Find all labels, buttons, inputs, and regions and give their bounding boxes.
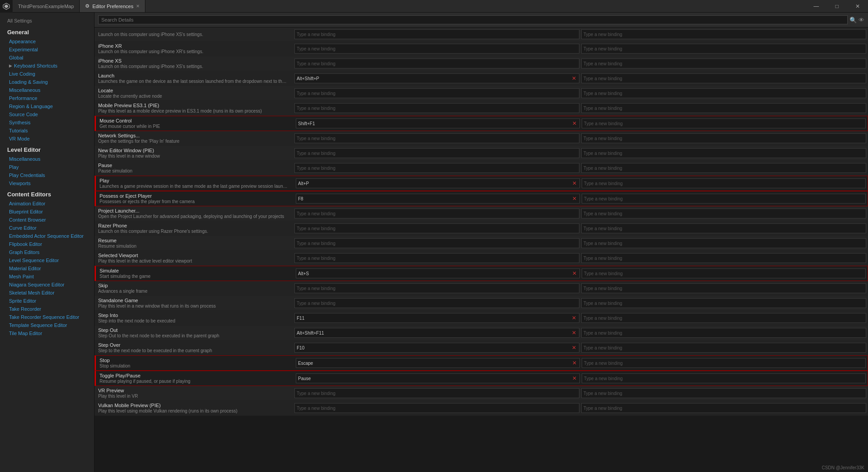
key-clear-icon[interactable]: ✕ bbox=[571, 120, 578, 127]
sidebar-item-curve-editor[interactable]: Curve Editor bbox=[0, 224, 94, 232]
key-input-primary[interactable]: Alt+S✕ bbox=[296, 268, 580, 278]
eye-icon[interactable]: 👁 bbox=[859, 17, 864, 23]
sidebar-item-le-play[interactable]: Play bbox=[0, 163, 94, 171]
tab-close-icon[interactable]: ✕ bbox=[136, 4, 140, 9]
key-input-primary[interactable]: F11✕ bbox=[294, 313, 579, 323]
sidebar-item-niagara-sequence[interactable]: Niagara Sequence Editor bbox=[0, 281, 94, 289]
key-clear-icon[interactable]: ✕ bbox=[571, 180, 578, 186]
key-input-primary[interactable]: Type a new binding bbox=[294, 209, 579, 218]
sidebar-item-take-recorder[interactable]: Take Recorder bbox=[0, 305, 94, 313]
sidebar-item-le-play-credentials[interactable]: Play Credentials bbox=[0, 171, 94, 179]
key-input-secondary[interactable]: Type a new binding bbox=[581, 103, 866, 113]
key-input-secondary[interactable]: Type a new binding bbox=[581, 44, 866, 54]
key-input-primary[interactable]: Type a new binding bbox=[294, 103, 579, 113]
key-clear-icon[interactable]: ✕ bbox=[571, 75, 577, 82]
key-input-primary[interactable]: Type a new binding bbox=[294, 133, 579, 143]
sidebar-item-blueprint-editor[interactable]: Blueprint Editor bbox=[0, 208, 94, 216]
key-input-secondary[interactable]: Type a new binding bbox=[581, 388, 866, 398]
key-input-secondary[interactable]: Type a new binding bbox=[581, 238, 866, 248]
key-input-secondary[interactable]: Type a new binding bbox=[582, 118, 866, 128]
sidebar-item-embedded-actor[interactable]: Embedded Actor Sequence Editor bbox=[0, 232, 94, 240]
key-input-secondary[interactable]: Type a new binding bbox=[581, 223, 866, 233]
key-input-secondary[interactable]: Type a new binding bbox=[581, 343, 866, 353]
key-input-primary[interactable]: Type a new binding bbox=[294, 283, 579, 293]
key-input-secondary[interactable]: Type a new binding bbox=[581, 313, 866, 323]
sidebar-item-skeletal-mesh[interactable]: Skeletal Mesh Editor bbox=[0, 289, 94, 297]
sidebar-item-performance[interactable]: Performance bbox=[0, 94, 94, 102]
key-input-primary[interactable]: Type a new binding bbox=[294, 29, 579, 39]
key-input-primary[interactable]: Pause✕ bbox=[296, 373, 580, 383]
key-input-secondary[interactable]: Type a new binding bbox=[581, 148, 866, 158]
key-input-primary[interactable]: Type a new binding bbox=[294, 388, 579, 398]
key-input-primary[interactable]: Alt+P✕ bbox=[296, 178, 580, 188]
key-input-primary[interactable]: Type a new binding bbox=[294, 403, 579, 413]
sidebar-item-template-sequence[interactable]: Template Sequence Editor bbox=[0, 321, 94, 329]
tab-map[interactable]: ThirdPersonExampleMap bbox=[13, 0, 80, 12]
key-input-primary[interactable]: F10✕ bbox=[294, 343, 579, 353]
sidebar-item-take-recorder-seq[interactable]: Take Recorder Sequence Editor bbox=[0, 313, 94, 321]
key-input-secondary[interactable]: Type a new binding bbox=[581, 283, 866, 293]
sidebar-item-live-coding[interactable]: Live Coding bbox=[0, 70, 94, 78]
sidebar-item-tutorials[interactable]: Tutorials bbox=[0, 127, 94, 135]
key-input-secondary[interactable]: Type a new binding bbox=[581, 298, 866, 308]
key-clear-icon[interactable]: ✕ bbox=[571, 360, 578, 366]
key-input-secondary[interactable]: Type a new binding bbox=[581, 73, 866, 83]
sidebar-item-experimental[interactable]: Experimental bbox=[0, 45, 94, 54]
key-clear-icon[interactable]: ✕ bbox=[571, 315, 577, 321]
sidebar-item-vr-mode[interactable]: VR Mode bbox=[0, 135, 94, 143]
sidebar-item-graph-editors[interactable]: Graph Editors bbox=[0, 248, 94, 256]
key-input-primary[interactable]: Alt+Shift+P✕ bbox=[294, 73, 579, 83]
key-clear-icon[interactable]: ✕ bbox=[571, 345, 577, 351]
key-input-secondary[interactable]: Type a new binding bbox=[581, 209, 866, 218]
sidebar-all-settings[interactable]: All Settings bbox=[0, 16, 94, 25]
key-input-secondary[interactable]: Type a new binding bbox=[581, 133, 866, 143]
sidebar-item-region-language[interactable]: Region & Language bbox=[0, 102, 94, 110]
key-clear-icon[interactable]: ✕ bbox=[571, 195, 578, 202]
key-input-secondary[interactable]: Type a new binding bbox=[581, 403, 866, 413]
sidebar-item-miscellaneous[interactable]: Miscellaneous bbox=[0, 86, 94, 94]
sidebar-item-level-sequence[interactable]: Level Sequence Editor bbox=[0, 256, 94, 264]
key-input-secondary[interactable]: Type a new binding bbox=[581, 88, 866, 98]
key-input-primary[interactable]: Type a new binding bbox=[294, 88, 579, 98]
sidebar-item-le-misc[interactable]: Miscellaneous bbox=[0, 155, 94, 163]
key-input-primary[interactable]: Type a new binding bbox=[294, 44, 579, 54]
sidebar-item-appearance[interactable]: Appearance bbox=[0, 37, 94, 45]
sidebar-item-synthesis[interactable]: Synthesis bbox=[0, 118, 94, 127]
search-input[interactable] bbox=[98, 15, 848, 24]
key-clear-icon[interactable]: ✕ bbox=[571, 375, 578, 381]
key-input-primary[interactable]: Type a new binding bbox=[294, 238, 579, 248]
sidebar-item-le-viewports[interactable]: Viewports bbox=[0, 179, 94, 187]
key-input-secondary[interactable]: Type a new binding bbox=[581, 59, 866, 68]
sidebar-item-loading-saving[interactable]: Loading & Saving bbox=[0, 78, 94, 86]
key-input-primary[interactable]: Type a new binding bbox=[294, 253, 579, 263]
maximize-button[interactable]: □ bbox=[827, 0, 847, 13]
key-input-primary[interactable]: Type a new binding bbox=[294, 59, 579, 68]
key-input-secondary[interactable]: Type a new binding bbox=[581, 328, 866, 338]
key-clear-icon[interactable]: ✕ bbox=[571, 270, 578, 277]
sidebar-item-source-code[interactable]: Source Code bbox=[0, 110, 94, 118]
sidebar-item-material-editor[interactable]: Material Editor bbox=[0, 264, 94, 272]
key-input-primary[interactable]: Type a new binding bbox=[294, 298, 579, 308]
key-input-primary[interactable]: Shift+F1✕ bbox=[296, 118, 580, 128]
sidebar-item-global[interactable]: Global bbox=[0, 54, 94, 62]
sidebar-item-animation-editor[interactable]: Animation Editor bbox=[0, 200, 94, 208]
minimize-button[interactable]: — bbox=[806, 0, 827, 13]
sidebar-item-flipbook-editor[interactable]: Flipbook Editor bbox=[0, 240, 94, 248]
sidebar-item-content-browser[interactable]: Content Browser bbox=[0, 216, 94, 224]
key-clear-icon[interactable]: ✕ bbox=[571, 330, 577, 336]
sidebar-item-tile-map[interactable]: Tile Map Editor bbox=[0, 329, 94, 337]
key-input-secondary[interactable]: Type a new binding bbox=[582, 358, 866, 368]
key-input-primary[interactable]: Type a new binding bbox=[294, 223, 579, 233]
key-input-secondary[interactable]: Type a new binding bbox=[582, 194, 866, 204]
key-input-primary[interactable]: Alt+Shift+F11✕ bbox=[294, 328, 579, 338]
key-input-secondary[interactable]: Type a new binding bbox=[582, 178, 866, 188]
key-input-secondary[interactable]: Type a new binding bbox=[581, 163, 866, 173]
key-input-primary[interactable]: Type a new binding bbox=[294, 163, 579, 173]
sidebar-item-keyboard-shortcuts[interactable]: ▶ Keyboard Shortcuts bbox=[0, 62, 94, 70]
key-input-primary[interactable]: Type a new binding bbox=[294, 148, 579, 158]
key-input-primary[interactable]: Escape✕ bbox=[296, 358, 580, 368]
sidebar-item-sprite-editor[interactable]: Sprite Editor bbox=[0, 297, 94, 305]
sidebar-item-mesh-paint[interactable]: Mesh Paint bbox=[0, 272, 94, 281]
key-input-secondary[interactable]: Type a new binding bbox=[581, 29, 866, 39]
key-input-secondary[interactable]: Type a new binding bbox=[582, 268, 866, 278]
